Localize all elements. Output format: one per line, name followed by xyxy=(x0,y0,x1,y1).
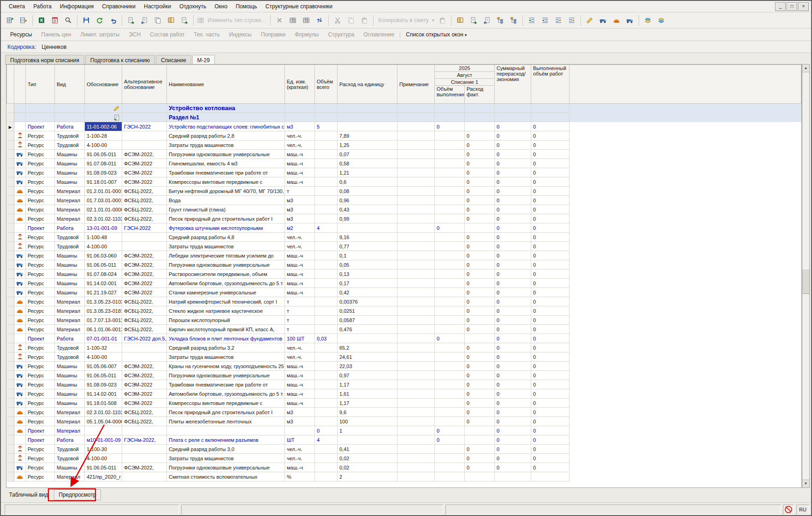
cell-vd[interactable] xyxy=(435,214,465,223)
cell-so[interactable]: 0 xyxy=(495,380,531,389)
column-setup-icon[interactable] xyxy=(300,14,313,26)
cell-alt[interactable]: ФСБЦ-2022, xyxy=(122,306,167,316)
cell-cf[interactable] xyxy=(465,104,495,113)
cell-nt[interactable] xyxy=(397,334,435,343)
cell-tip[interactable]: Ресурс xyxy=(26,288,55,297)
cell-cf[interactable]: 0 xyxy=(465,150,495,159)
cell-vid[interactable]: Машины xyxy=(55,279,85,288)
cell-tip[interactable]: Проект xyxy=(26,426,55,435)
cell-rt[interactable]: 0,08 xyxy=(338,187,397,196)
cell-un[interactable]: м3 xyxy=(285,408,315,417)
cell-vol[interactable] xyxy=(315,177,338,187)
table-row[interactable]: РесурсМатериал05.1.05.04-0006ФСБЦ-2022,П… xyxy=(7,417,801,426)
cell-vd[interactable] xyxy=(435,205,465,214)
cell-cf[interactable]: 0 xyxy=(465,168,495,177)
cell-rt[interactable] xyxy=(338,104,397,113)
cell-un[interactable] xyxy=(285,113,315,122)
cell-vid[interactable]: Трудовой xyxy=(55,445,85,454)
cell-vol[interactable] xyxy=(315,104,338,113)
cell-ob[interactable]: 91.05.06-007 xyxy=(85,362,122,371)
cell-nt[interactable] xyxy=(397,104,435,113)
table-row[interactable]: РесурсМашины91.06.05-011ФСЭМ-2022,Погруз… xyxy=(7,463,801,472)
cell-rt[interactable]: 100 xyxy=(338,417,397,426)
cell-un[interactable]: маш.-ч xyxy=(285,463,315,472)
cell-vol[interactable] xyxy=(315,380,338,389)
level-down2-icon[interactable] xyxy=(565,14,578,26)
cell-dv[interactable]: 0 xyxy=(531,141,569,150)
cell-nt[interactable] xyxy=(397,399,435,408)
cell-dv[interactable]: 0 xyxy=(531,187,569,196)
cell-tip[interactable]: Ресурс xyxy=(26,177,55,187)
cell-so[interactable]: 0 xyxy=(495,279,531,288)
cell-vd[interactable] xyxy=(435,150,465,159)
table-row[interactable]: Раздел №1 xyxy=(7,113,801,122)
cell-ob[interactable]: 91.14.02-001 xyxy=(85,279,122,288)
table-row[interactable]: РесурсМашины91.18.01-007ФСЭМ-2022Компрес… xyxy=(7,177,801,187)
cell-nt[interactable] xyxy=(397,279,435,288)
cell-un[interactable]: % xyxy=(285,472,315,481)
cell-nt[interactable] xyxy=(397,316,435,325)
cell-alt[interactable] xyxy=(122,454,167,463)
cell-cf[interactable]: 0 xyxy=(465,417,495,426)
cell-so[interactable]: 0 xyxy=(495,214,531,223)
cell-ob[interactable] xyxy=(85,426,122,435)
cell-vid[interactable]: Трудовой xyxy=(55,242,85,251)
cell-cf[interactable] xyxy=(465,426,495,435)
cell-vid[interactable]: Машины xyxy=(55,260,85,270)
cell-rt[interactable]: 0,77 xyxy=(338,242,397,251)
cell-ob[interactable]: 02.1.01.01-0006 xyxy=(85,205,122,214)
cell-nm[interactable]: Натрий кремнефтористый технический, сорт… xyxy=(167,297,285,306)
level-up-icon[interactable] xyxy=(525,14,538,26)
cell-dv[interactable]: 0 xyxy=(531,463,569,472)
cell-so[interactable]: 0 xyxy=(495,205,531,214)
cell-nt[interactable] xyxy=(397,463,435,472)
cell-vol[interactable]: 4 xyxy=(315,435,338,445)
cell-alt[interactable]: ФСЭМ-2022 xyxy=(122,159,167,168)
cell-alt[interactable]: ФСЭМ-2022, xyxy=(122,251,167,260)
cell-nm[interactable]: Глиномешалки, емкость 4 м3 xyxy=(167,159,285,168)
cell-vid[interactable]: Машины xyxy=(55,251,85,260)
table-row[interactable]: РесурсМатериал01.3.05.23-0181ФСБЦ-2022,С… xyxy=(7,306,801,316)
cell-nm[interactable]: Затраты труда машинистов xyxy=(167,242,285,251)
cell-vol[interactable] xyxy=(315,306,338,316)
cell-vid[interactable]: Материал xyxy=(55,417,85,426)
save-icon[interactable] xyxy=(80,14,93,26)
cell-dv[interactable]: 0 xyxy=(531,279,569,288)
cell-ob[interactable]: 91.21.19-027 xyxy=(85,288,122,297)
cell-vid[interactable]: Материал xyxy=(55,325,85,334)
cell-nt[interactable] xyxy=(397,205,435,214)
cell-alt[interactable]: ФСБЦ-2022, xyxy=(122,316,167,325)
cell-ob[interactable]: 1-100-28 xyxy=(85,131,122,141)
cell-nt[interactable] xyxy=(397,159,435,168)
cell-vd[interactable] xyxy=(435,260,465,270)
cell-alt[interactable]: ФСБЦ-2022, xyxy=(122,297,167,306)
table-row[interactable]: РесурсМашины91.07.08-024ФСЭМ-2022,Раство… xyxy=(7,270,801,279)
cell-tip[interactable]: Проект xyxy=(26,435,55,445)
cell-nt[interactable] xyxy=(397,233,435,242)
cell-nt[interactable] xyxy=(397,306,435,316)
table-row[interactable]: РесурсТрудовой1-100-48Средний разряд раб… xyxy=(7,233,801,242)
cell-nm[interactable]: Устройство подстилающих слоев: глинобитн… xyxy=(167,122,285,131)
col-rate[interactable]: Расход на единицу xyxy=(338,65,397,104)
cell-tip[interactable]: Ресурс xyxy=(26,472,55,481)
cell-un[interactable]: маш.-ч xyxy=(285,389,315,399)
cell-alt[interactable]: ФСЭМ-2022, xyxy=(122,463,167,472)
cell-nt[interactable] xyxy=(397,196,435,205)
receive-doc-icon[interactable] xyxy=(138,14,151,26)
cell-tip[interactable]: Ресурс xyxy=(26,306,55,316)
table-row[interactable]: ▶ПроектРабота11-01-002-06ГЭСН-2022Устрой… xyxy=(7,122,801,131)
cell-nm[interactable]: Грунт глинистый (глина) xyxy=(167,205,285,214)
cell-un[interactable]: чел.-ч. xyxy=(285,141,315,150)
level-down-icon[interactable] xyxy=(552,14,565,26)
copy-doc-icon[interactable] xyxy=(151,14,164,26)
edit-resource-icon[interactable] xyxy=(583,14,596,26)
cell-un[interactable]: маш.-ч xyxy=(285,159,315,168)
menu-item[interactable]: Настройки xyxy=(140,2,175,11)
cell-vol[interactable] xyxy=(315,187,338,196)
cell-so[interactable]: 0 xyxy=(495,325,531,334)
cell-vd[interactable] xyxy=(435,352,465,362)
cell-dv[interactable]: 0 xyxy=(531,445,569,454)
cell-alt[interactable]: ФСЭМ-2022 xyxy=(122,177,167,187)
cell-dv[interactable]: 0 xyxy=(531,454,569,463)
cell-nm[interactable]: Битум нефтяной дорожный МГ 40/70, МГ 70/… xyxy=(167,187,285,196)
